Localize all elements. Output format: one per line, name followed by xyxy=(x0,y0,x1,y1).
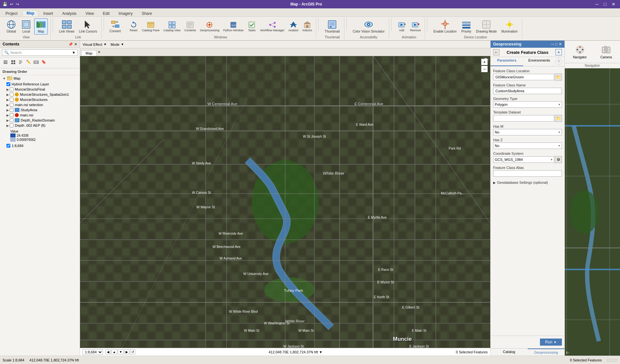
has-m-select[interactable]: Yes No xyxy=(493,129,562,135)
coords-dropdown[interactable]: ▼ xyxy=(319,350,322,354)
visual-effect-dropdown-arrow[interactable]: ▼ xyxy=(104,43,107,46)
geodatabase-settings-toggle[interactable]: Geodatabase Settings (optional) xyxy=(493,179,562,186)
layer-hybrid-ref[interactable]: Hybrid Reference Layer xyxy=(0,82,80,87)
reset-btn[interactable]: Reset xyxy=(128,20,139,33)
minimize-btn[interactable]: ─ xyxy=(594,2,601,7)
search-dropdown[interactable]: ▼ xyxy=(72,51,76,54)
study-expand[interactable]: ▶ xyxy=(6,108,9,112)
detail-view-btn[interactable] xyxy=(10,59,17,67)
rotate-btn[interactable]: ↺ xyxy=(130,349,135,354)
feature-class-alias-input[interactable] xyxy=(493,170,562,177)
coordinate-system-select[interactable]: GCS_WGS_1984 xyxy=(493,156,554,163)
has-z-select[interactable]: Yes No xyxy=(493,143,562,149)
indoors-btn[interactable]: Indoors xyxy=(301,20,313,33)
remove-animation-btn[interactable]: Remove xyxy=(409,20,422,33)
pan-down-btn[interactable]: ▼ xyxy=(118,349,124,354)
scale-selector[interactable]: 1:8,684 xyxy=(83,349,103,355)
layer-muncie-struct[interactable]: ▶ MuncieStructures xyxy=(0,97,80,102)
layer-main-nsi[interactable]: ▶ main.nsi xyxy=(0,113,80,118)
map-canvas[interactable]: W Centennial Ave E Centennial Ave W Gran… xyxy=(80,56,490,348)
nsi-sel-expand[interactable]: ▶ xyxy=(6,103,9,107)
geoprocessing-btn[interactable]: Geoprocessing xyxy=(198,20,221,33)
bottom-tab-geoprocessing[interactable]: Geoprocessing xyxy=(528,349,565,356)
nsi-checkbox[interactable] xyxy=(10,113,14,117)
layer-map[interactable]: ▼ Map xyxy=(0,75,80,82)
muncie-struct-checkbox[interactable] xyxy=(10,98,14,102)
study-checkbox[interactable] xyxy=(10,108,14,112)
camera-btn[interactable]: Camera xyxy=(599,43,613,60)
local-btn[interactable]: Local xyxy=(19,18,33,34)
zoom-in-btn[interactable]: + xyxy=(481,59,488,65)
layer-world-imagery[interactable]: 1:8,684 xyxy=(0,143,80,148)
world-imagery-checkbox[interactable] xyxy=(6,144,10,148)
tab-close[interactable]: ✕ xyxy=(98,50,100,54)
convert-btn[interactable]: Convert xyxy=(107,18,123,34)
run-button[interactable]: Run ▼ xyxy=(540,339,562,346)
tab-edit[interactable]: Edit xyxy=(99,10,114,16)
panel-auto-hide[interactable]: 📌 xyxy=(68,42,73,46)
feature-class-name-input[interactable] xyxy=(493,88,562,94)
layer-depth-aep[interactable]: ▶ Depth .002 AEP (ft) xyxy=(0,123,80,128)
navigator-btn[interactable]: Navigator xyxy=(572,43,588,60)
maximize-btn[interactable]: □ xyxy=(602,2,608,7)
link-cursors-btn[interactable]: Link Cursors xyxy=(77,18,99,34)
depth-raster-checkbox[interactable] xyxy=(10,118,14,122)
panel-close[interactable]: ✕ xyxy=(74,42,77,46)
catalog-view-btn[interactable]: Catalog View xyxy=(162,20,182,33)
tab-analysis[interactable]: Analysis xyxy=(58,10,81,16)
edit-layer-btn[interactable]: ✏️ xyxy=(25,59,32,67)
thumbnail-btn[interactable]: Thumbnail xyxy=(323,18,341,34)
bookmark-btn[interactable]: 🔖 xyxy=(40,59,47,67)
tab-map[interactable]: Map xyxy=(22,10,38,16)
geo-tab-parameters[interactable]: Parameters xyxy=(491,57,523,66)
map-tab-map[interactable]: Map xyxy=(81,50,97,56)
depth-priority-btn[interactable]: Priority xyxy=(460,18,473,34)
geo-tab-environments[interactable]: Environments xyxy=(523,57,556,66)
contents-btn[interactable]: Contents xyxy=(183,20,197,33)
layer-main-nsi-sel[interactable]: ▶ main.nsi selection xyxy=(0,102,80,107)
layer-study-area[interactable]: ▶ StudyArea xyxy=(0,107,80,113)
hybrid-ref-checkbox[interactable] xyxy=(6,82,10,86)
search-input-wrapper[interactable]: 🔍 Search ▼ xyxy=(2,49,78,56)
pan-up-btn[interactable]: ▲ xyxy=(111,349,117,354)
template-dataset-input[interactable] xyxy=(493,115,554,122)
redo-icon[interactable]: ↪ xyxy=(16,2,19,6)
feature-class-location-folder-btn[interactable]: 📁 xyxy=(555,74,562,81)
list-view-btn[interactable] xyxy=(2,59,9,67)
tab-imagery[interactable]: Imagery xyxy=(115,10,137,16)
geo-back-btn[interactable]: ← xyxy=(493,49,500,55)
aviation-btn[interactable]: Aviation xyxy=(287,20,300,33)
map-btn[interactable]: Map xyxy=(34,18,48,34)
tab-view[interactable]: View xyxy=(81,10,98,16)
muncie-final-checkbox[interactable] xyxy=(10,87,14,91)
depth-raster-expand[interactable]: ▶ xyxy=(6,119,9,122)
depth-aep-checkbox[interactable] xyxy=(10,123,14,127)
sort-btn[interactable] xyxy=(17,59,25,67)
depth-aep-expand[interactable]: ▶ xyxy=(6,124,9,127)
layer-muncie-final[interactable]: ▶ MuncieStructsFinal xyxy=(0,87,80,92)
layer-depth-raster[interactable]: ▶ Depth_RasterDomain xyxy=(0,118,80,123)
muncie-final-expand[interactable]: ▶ xyxy=(6,88,9,91)
pan-left-btn[interactable]: ◀ xyxy=(106,349,111,354)
enable-location-btn[interactable]: Enable Location xyxy=(432,18,458,34)
tab-share[interactable]: Share xyxy=(137,10,156,16)
drawing-mode-btn[interactable]: Drawing Mode xyxy=(474,18,498,34)
pan-right-btn[interactable]: ▶ xyxy=(124,349,129,354)
tab-project[interactable]: Project xyxy=(1,10,22,16)
illumination-btn[interactable]: Illumination xyxy=(500,18,519,34)
tab-insert[interactable]: Insert xyxy=(39,10,57,16)
nsi-expand[interactable]: ▶ xyxy=(6,113,9,117)
python-window-btn[interactable]: >>> Python Window xyxy=(222,20,245,33)
group-layer-btn[interactable] xyxy=(33,59,40,67)
workflow-btn[interactable]: Workflow Manager xyxy=(259,20,286,33)
add-animation-btn[interactable]: Add xyxy=(396,20,408,33)
feature-class-location-input[interactable] xyxy=(493,74,554,80)
muncie-struct-expand[interactable]: ▶ xyxy=(6,98,9,102)
undo-icon[interactable]: ↩ xyxy=(10,2,13,6)
color-vision-btn[interactable]: Color Vision Simulator xyxy=(351,18,386,34)
template-dataset-folder-btn[interactable]: 📁 xyxy=(555,115,562,122)
geo-close-btn[interactable]: ✕ xyxy=(559,42,562,46)
bottom-tab-catalog[interactable]: Catalog xyxy=(491,349,528,356)
spatialjoin-checkbox[interactable] xyxy=(10,93,14,96)
geo-add-btn[interactable]: + xyxy=(555,49,562,55)
